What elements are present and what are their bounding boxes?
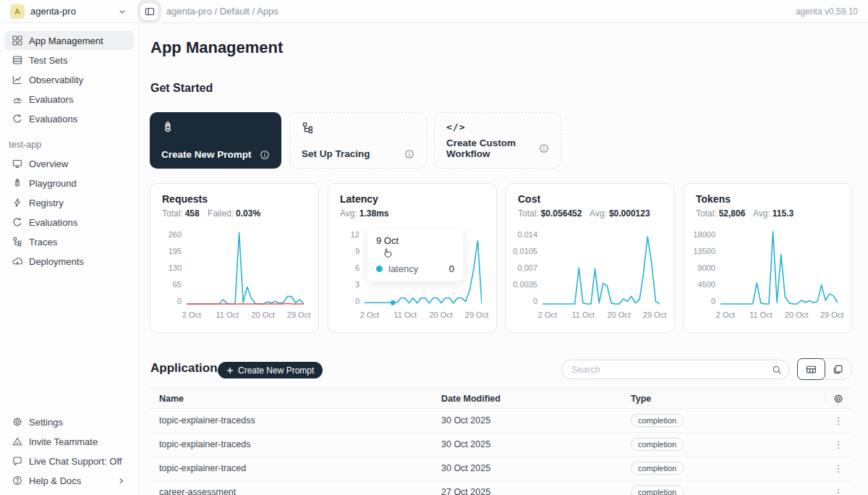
test-sets-icon xyxy=(12,55,22,65)
x-axis-labels: 2 Oct11 Oct20 Oct29 Oct xyxy=(370,310,485,321)
refresh-circle-icon xyxy=(12,114,22,124)
column-settings-icon[interactable] xyxy=(825,394,852,404)
sidebar-toggle-button[interactable] xyxy=(140,2,159,21)
app-name: career-assessment xyxy=(150,487,441,495)
sidebar-item-registry[interactable]: Registry xyxy=(4,193,134,212)
sidebar-item-deployments[interactable]: Deployments xyxy=(4,252,134,271)
sidebar-item-observability[interactable]: Observability xyxy=(4,70,134,89)
app-name: topic-explainer-tracedss xyxy=(150,415,441,426)
cost-chart-card: Cost Total:$0.056452 Avg:$0.000123 0.014… xyxy=(506,183,675,333)
search-icon[interactable] xyxy=(772,365,782,375)
button-label: Create New Prompt xyxy=(238,365,314,376)
app-section-label: test-app xyxy=(9,140,138,150)
invite-triangle-icon xyxy=(12,436,22,447)
table-row[interactable]: topic-explainer-traced 30 Oct 2025 compl… xyxy=(150,457,852,481)
sidebar-item-label: App Management xyxy=(29,35,103,46)
set-up-tracing-card[interactable]: Set Up Tracing xyxy=(289,112,427,169)
page-title: App Management xyxy=(150,38,283,57)
sidebar-item-label: Registry xyxy=(29,198,64,208)
gear-icon xyxy=(12,417,22,427)
sidebar-item-label: Evaluations xyxy=(29,114,77,124)
workspace-name: agenta-pro xyxy=(30,6,112,17)
sidebar-item-live-chat[interactable]: Live Chat Support: Off xyxy=(4,452,134,470)
sidebar-item-test-sets[interactable]: Test Sets xyxy=(4,51,134,69)
app-version: agenta v0.59.10 xyxy=(796,7,868,17)
create-new-prompt-card[interactable]: Create New Prompt xyxy=(150,112,281,169)
card-label: Set Up Tracing xyxy=(302,148,370,159)
sidebar-item-label: Evaluations xyxy=(29,217,77,228)
info-icon[interactable] xyxy=(404,149,414,159)
sidebar-item-playground[interactable]: Playground xyxy=(4,174,134,192)
x-axis-labels: 2 Oct11 Oct20 Oct29 Oct xyxy=(726,310,840,321)
chart-title: Tokens xyxy=(696,193,840,205)
row-menu-icon[interactable]: ⋮ xyxy=(834,488,843,495)
app-type-badge: completion xyxy=(631,414,684,427)
app-date-modified: 30 Oct 2025 xyxy=(441,463,631,473)
tokens-chart-card: Tokens Total:52,806 Avg:115.3 1800013500… xyxy=(684,183,852,333)
info-icon[interactable] xyxy=(539,143,549,153)
app-type-badge: completion xyxy=(631,486,684,495)
workspace-selector[interactable]: A agenta-pro xyxy=(0,4,134,19)
table-row[interactable]: topic-explainer-traceds 30 Oct 2025 comp… xyxy=(150,433,852,457)
chart-stats: Total:458 Failed:0.03% xyxy=(162,208,307,219)
table-view-button[interactable] xyxy=(797,358,825,380)
app-type-badge: completion xyxy=(631,462,684,475)
app-name: topic-explainer-traceds xyxy=(150,439,441,449)
sidebar-item-label: Traces xyxy=(29,237,57,248)
cost-line-chart[interactable] xyxy=(542,230,660,305)
y-axis-labels: 129630 xyxy=(340,230,365,305)
row-menu-icon[interactable]: ⋮ xyxy=(834,464,843,473)
card-label: Create Custom Workflow xyxy=(446,138,539,159)
app-date-modified: 30 Oct 2025 xyxy=(441,439,631,449)
chart-title: Latency xyxy=(340,193,485,205)
sidebar-item-label: Evaluators xyxy=(29,94,73,105)
sidebar-item-traces[interactable]: Traces xyxy=(4,232,134,251)
create-custom-workflow-card[interactable]: </> Create Custom Workflow xyxy=(434,112,561,169)
sidebar-item-label: Help & Docs xyxy=(29,475,81,486)
requests-line-chart[interactable] xyxy=(187,230,304,305)
search-box xyxy=(561,360,790,379)
sidebar-item-label: Playground xyxy=(29,178,77,189)
card-label: Create New Prompt xyxy=(161,149,252,160)
plus-icon xyxy=(226,367,234,374)
sidebar-item-evaluators[interactable]: Evaluators xyxy=(4,90,134,109)
sidebar-item-app-management[interactable]: App Management xyxy=(4,31,134,50)
sidebar-item-label: Test Sets xyxy=(29,55,67,66)
sidebar-item-evaluations[interactable]: Evaluations xyxy=(4,109,134,128)
search-input[interactable] xyxy=(571,365,772,375)
app-grid-icon xyxy=(12,35,22,46)
chat-bubble-icon xyxy=(12,456,22,466)
table-row[interactable]: career-assessment 27 Oct 2025 completion… xyxy=(150,481,852,495)
rocket-icon xyxy=(12,178,22,188)
breadcrumb[interactable]: agenta-pro / Default / Apps xyxy=(166,6,278,17)
top-bar: A agenta-pro agenta-pro / Default / Apps… xyxy=(0,0,868,23)
sidebar: App Management Test Sets Observability E… xyxy=(0,23,139,495)
sidebar-item-help-docs[interactable]: Help & Docs xyxy=(4,471,134,490)
view-mode-switcher xyxy=(797,358,852,380)
series-value: 0 xyxy=(449,263,454,274)
row-menu-icon[interactable]: ⋮ xyxy=(834,440,843,449)
sidebar-item-overview[interactable]: Overview xyxy=(4,154,134,173)
hand-cursor-icon xyxy=(382,248,393,259)
info-icon[interactable] xyxy=(260,150,270,160)
monitor-icon xyxy=(12,158,22,169)
sidebar-item-evaluations-app[interactable]: Evaluations xyxy=(4,213,134,232)
sidebar-item-settings[interactable]: Settings xyxy=(4,412,134,431)
chart-tooltip: 9 Oct latency 0 xyxy=(367,229,463,282)
line-chart-icon xyxy=(12,75,22,85)
application-heading: Application xyxy=(150,361,218,376)
rocket-icon xyxy=(161,121,174,134)
refresh-circle-icon xyxy=(12,217,22,227)
requests-chart-card: Requests Total:458 Failed:0.03% 26019513… xyxy=(150,183,319,333)
table-row[interactable]: topic-explainer-tracedss 30 Oct 2025 com… xyxy=(150,409,852,433)
card-view-button[interactable] xyxy=(825,359,851,379)
tokens-line-chart[interactable] xyxy=(720,230,838,305)
y-axis-labels: 260195130650 xyxy=(162,230,187,305)
series-dot xyxy=(376,266,383,272)
chart-stats: Total:$0.056452 Avg:$0.000123 xyxy=(518,208,663,219)
app-name: topic-explainer-traced xyxy=(150,463,441,473)
row-menu-icon[interactable]: ⋮ xyxy=(834,416,843,426)
create-new-prompt-button[interactable]: Create New Prompt xyxy=(218,362,323,378)
sidebar-item-invite-teammate[interactable]: Invite Teammate xyxy=(4,432,134,451)
workspace-avatar: A xyxy=(10,4,25,19)
